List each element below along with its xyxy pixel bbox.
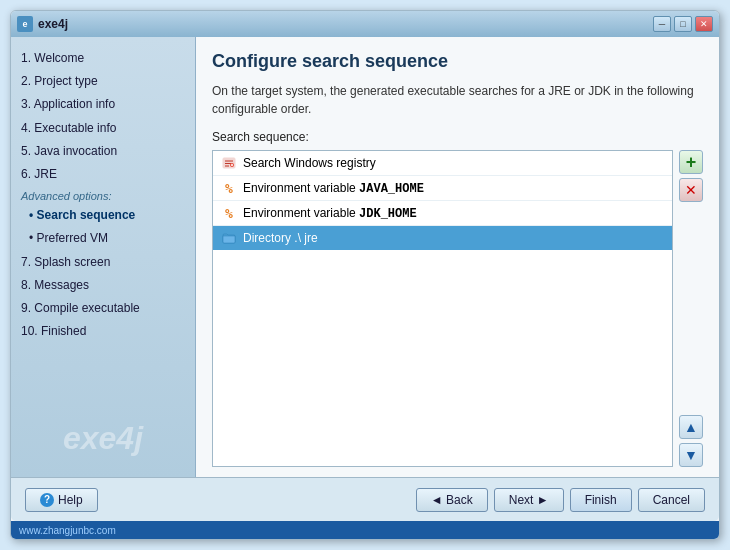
seq-item-java-home[interactable]: % Environment variable JAVA_HOME <box>213 176 672 201</box>
next-label: Next ► <box>509 493 549 507</box>
cancel-label: Cancel <box>653 493 690 507</box>
seq-jdk-home-text: Environment variable JDK_HOME <box>243 206 417 221</box>
sidebar-item-finished[interactable]: 10. Finished <box>11 320 195 343</box>
env-icon-jdk: % <box>221 205 237 221</box>
titlebar-buttons: ─ □ ✕ <box>653 16 713 32</box>
window-title: exe4j <box>38 17 68 31</box>
sidebar-item-splash-screen[interactable]: 7. Splash screen <box>11 251 195 274</box>
sidebar-item-preferred-vm[interactable]: • Preferred VM <box>11 227 195 250</box>
titlebar: e exe4j ─ □ ✕ <box>11 11 719 37</box>
registry-icon <box>221 155 237 171</box>
seq-item-jdk-home[interactable]: % Environment variable JDK_HOME <box>213 201 672 226</box>
sidebar-item-app-info[interactable]: 3. Application info <box>11 93 195 116</box>
page-title: Configure search sequence <box>212 51 703 72</box>
advanced-options-label: Advanced options: <box>11 186 195 204</box>
sidebar-item-messages[interactable]: 8. Messages <box>11 274 195 297</box>
move-down-button[interactable]: ▼ <box>679 443 703 467</box>
bottom-bar-url: www.zhangjunbc.com <box>19 525 116 536</box>
page-description: On the target system, the generated exec… <box>212 82 703 118</box>
sidebar-logo: exe4j <box>11 420 195 457</box>
app-icon: e <box>17 16 33 32</box>
main-content: Configure search sequence On the target … <box>196 37 719 477</box>
back-label: ◄ Back <box>431 493 473 507</box>
sidebar-item-search-sequence[interactable]: • Search sequence <box>11 204 195 227</box>
next-button[interactable]: Next ► <box>494 488 564 512</box>
finish-label: Finish <box>585 493 617 507</box>
sidebar: 1. Welcome 2. Project type 3. Applicatio… <box>11 37 196 477</box>
finish-button[interactable]: Finish <box>570 488 632 512</box>
bottom-bar: www.zhangjunbc.com <box>11 521 719 539</box>
help-button[interactable]: ? Help <box>25 488 98 512</box>
seq-java-home-text: Environment variable JAVA_HOME <box>243 181 424 196</box>
content-area: 1. Welcome 2. Project type 3. Applicatio… <box>11 37 719 477</box>
move-up-button[interactable]: ▲ <box>679 415 703 439</box>
sidebar-item-project-type[interactable]: 2. Project type <box>11 70 195 93</box>
sidebar-item-compile-exec[interactable]: 9. Compile executable <box>11 297 195 320</box>
minimize-button[interactable]: ─ <box>653 16 671 32</box>
back-button[interactable]: ◄ Back <box>416 488 488 512</box>
remove-sequence-button[interactable]: ✕ <box>679 178 703 202</box>
sequence-action-buttons: + ✕ ▲ ▼ <box>679 150 703 467</box>
sequence-area: Search Windows registry % Environment va… <box>212 150 703 467</box>
main-window: e exe4j ─ □ ✕ 1. Welcome 2. Project type… <box>10 10 720 540</box>
sidebar-item-exec-info[interactable]: 4. Executable info <box>11 117 195 140</box>
titlebar-left: e exe4j <box>17 16 68 32</box>
sidebar-item-welcome[interactable]: 1. Welcome <box>11 47 195 70</box>
footer: ? Help ◄ Back Next ► Finish Cancel <box>11 477 719 521</box>
sequence-section-label: Search sequence: <box>212 130 703 144</box>
env-icon-java: % <box>221 180 237 196</box>
cancel-button[interactable]: Cancel <box>638 488 705 512</box>
footer-right: ◄ Back Next ► Finish Cancel <box>416 488 705 512</box>
add-sequence-button[interactable]: + <box>679 150 703 174</box>
sidebar-item-java-invocation[interactable]: 5. Java invocation <box>11 140 195 163</box>
folder-icon <box>221 230 237 246</box>
footer-left: ? Help <box>25 488 98 512</box>
help-label: Help <box>58 493 83 507</box>
close-button[interactable]: ✕ <box>695 16 713 32</box>
seq-registry-text: Search Windows registry <box>243 156 376 170</box>
sequence-list: Search Windows registry % Environment va… <box>212 150 673 467</box>
seq-item-registry[interactable]: Search Windows registry <box>213 151 672 176</box>
sidebar-item-jre[interactable]: 6. JRE <box>11 163 195 186</box>
seq-item-directory[interactable]: Directory .\ jre <box>213 226 672 250</box>
seq-directory-text: Directory .\ jre <box>243 231 318 245</box>
help-icon: ? <box>40 493 54 507</box>
maximize-button[interactable]: □ <box>674 16 692 32</box>
